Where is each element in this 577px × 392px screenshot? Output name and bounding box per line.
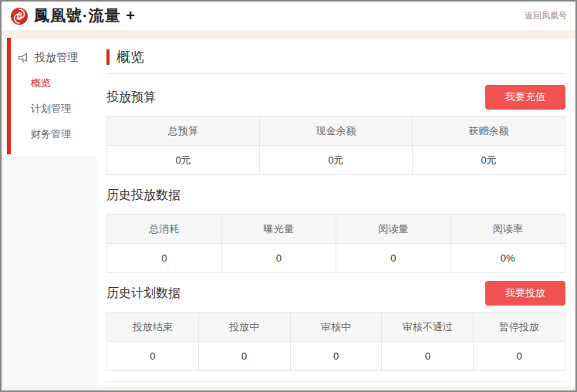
sidebar-group-delivery-management[interactable]: 投放管理 <box>4 51 97 65</box>
table-header-cell: 阅读率 <box>450 215 565 244</box>
table-value-cell: 0 <box>290 342 382 371</box>
sidebar-menu: 投放管理 概览 计划管理 财务管理 <box>4 39 97 157</box>
sidebar-item-finance-management[interactable]: 财务管理 <box>4 127 97 141</box>
section-budget-head: 投放预算 我要充值 <box>106 86 565 109</box>
sidebar-empty-area <box>4 157 97 387</box>
section-history-delivery-title: 历史投放数据 <box>106 188 181 204</box>
table-value-cell: 0 <box>336 244 451 273</box>
page-title: 概览 <box>116 48 144 66</box>
table-value-cell: 0 <box>107 244 222 273</box>
top-bar: 鳳凰號·流量 + 返回凤凰号 <box>2 2 575 30</box>
table-header-row: 投放结束 投放中 审核中 审核不通过 暂停投放 <box>107 313 565 342</box>
table-value-cell: 0 <box>382 342 474 371</box>
section-history-plan-head: 历史计划数据 我要投放 <box>106 282 565 305</box>
table-value-row: 0 0 0 0 0 <box>107 342 565 371</box>
table-value-cell: 0 <box>198 342 290 371</box>
recharge-button[interactable]: 我要充值 <box>485 85 565 110</box>
budget-table: 总预算 现金余额 获赠余额 0元 0元 0元 <box>106 116 565 175</box>
back-to-phoenix-link[interactable]: 返回凤凰号 <box>525 10 567 22</box>
table-header-cell: 审核中 <box>290 313 382 342</box>
section-history-delivery-head: 历史投放数据 <box>106 184 565 207</box>
sidebar: 投放管理 概览 计划管理 财务管理 <box>4 39 97 387</box>
table-header-cell: 暂停投放 <box>474 313 565 342</box>
table-header-cell: 曝光量 <box>221 215 336 244</box>
table-value-cell: 0 <box>107 342 199 371</box>
table-header-row: 总消耗 曝光量 阅读量 阅读率 <box>107 215 565 244</box>
table-header-row: 总预算 现金余额 获赠余额 <box>107 117 565 146</box>
table-header-cell: 阅读量 <box>336 215 451 244</box>
page-title-row: 概览 <box>106 46 565 68</box>
table-value-cell: 0元 <box>107 146 260 175</box>
bottom-divider <box>106 381 565 382</box>
sidebar-accent-bar <box>7 38 11 154</box>
megaphone-icon <box>17 52 29 64</box>
table-header-cell: 总预算 <box>107 117 260 146</box>
title-divider <box>106 73 565 74</box>
table-header-cell: 审核不通过 <box>382 313 474 342</box>
history-plan-table: 投放结束 投放中 审核中 审核不通过 暂停投放 0 0 0 0 0 <box>106 312 565 371</box>
table-value-row: 0元 0元 0元 <box>107 146 565 175</box>
brand-title: 鳳凰號·流量 + <box>34 5 136 26</box>
table-value-cell: 0% <box>450 244 565 273</box>
history-delivery-table: 总消耗 曝光量 阅读量 阅读率 0 0 0 0% <box>106 214 565 273</box>
title-accent-bar <box>106 49 110 65</box>
workspace: 投放管理 概览 计划管理 财务管理 概览 投放预算 我要充值 总预算 <box>4 39 575 387</box>
app-window: 鳳凰號·流量 + 返回凤凰号 投放管理 概览 计划管理 <box>0 0 577 392</box>
table-value-cell: 0 <box>221 244 336 273</box>
phoenix-logo-icon <box>10 7 29 25</box>
create-delivery-button[interactable]: 我要投放 <box>485 281 565 306</box>
section-history-plan-title: 历史计划数据 <box>106 286 181 302</box>
table-header-cell: 获赠余额 <box>413 117 565 146</box>
table-header-cell: 投放中 <box>198 313 290 342</box>
table-value-cell: 0元 <box>260 146 413 175</box>
table-value-cell: 0 <box>474 342 565 371</box>
main-panel: 概览 投放预算 我要充值 总预算 现金余额 获赠余额 0元 0元 0元 <box>97 39 575 387</box>
table-value-row: 0 0 0 0% <box>107 244 565 273</box>
table-header-cell: 投放结束 <box>107 313 199 342</box>
sidebar-item-overview[interactable]: 概览 <box>4 76 97 90</box>
sidebar-item-plan-management[interactable]: 计划管理 <box>4 102 97 116</box>
table-header-cell: 现金余额 <box>260 117 413 146</box>
section-budget-title: 投放预算 <box>106 90 156 106</box>
sidebar-group-label: 投放管理 <box>35 51 78 65</box>
table-header-cell: 总消耗 <box>107 215 222 244</box>
table-value-cell: 0元 <box>413 146 565 175</box>
